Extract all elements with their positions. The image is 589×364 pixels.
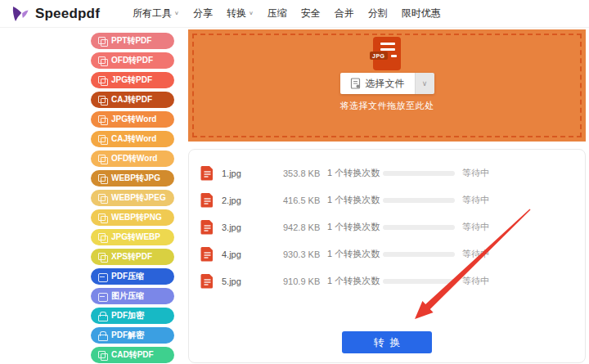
convert-icon bbox=[98, 56, 107, 65]
sidebar-item-cad-to-pdf[interactable]: CAD转PDF bbox=[91, 347, 174, 363]
speedpdf-page: Speedpdf 所有工具 ∨ 分享 转换 ∨ 压缩 安全 合并 bbox=[0, 0, 589, 364]
progress-bar bbox=[383, 198, 455, 203]
sidebar-item-webp-to-jpg[interactable]: WEBP转JPG bbox=[91, 170, 174, 186]
compress-icon bbox=[98, 272, 107, 281]
chevron-down-icon: ∨ bbox=[422, 79, 428, 88]
top-header: Speedpdf 所有工具 ∨ 分享 转换 ∨ 压缩 安全 合并 bbox=[0, 0, 589, 28]
sidebar-item-label: OFD转Word bbox=[111, 153, 157, 164]
status-text: 等待中 bbox=[462, 194, 489, 206]
file-list-card: 1.jpg 353.8 KB 1 个转换次数 等待中 2.jpg 416.5 K… bbox=[188, 149, 586, 363]
file-row: 3.jpg 942.8 KB 1 个转换次数 等待中 bbox=[200, 213, 573, 240]
sidebar-item-pdf-encrypt[interactable]: PDF加密 bbox=[91, 308, 174, 324]
nav-convert[interactable]: 转换 ∨ bbox=[227, 7, 254, 20]
nav-compress[interactable]: 压缩 bbox=[268, 7, 287, 20]
sidebar-item-label: JPG转Word bbox=[111, 114, 156, 125]
nav-label: 分享 bbox=[193, 7, 213, 20]
sidebar-item-label: PDF加密 bbox=[111, 310, 144, 321]
nav-security[interactable]: 安全 bbox=[301, 7, 321, 20]
sidebar-item-label: WEBP转PNG bbox=[111, 212, 162, 223]
conversion-count: 1 个转换次数 bbox=[316, 275, 371, 287]
file-row: 2.jpg 416.5 KB 1 个转换次数 等待中 bbox=[200, 186, 573, 213]
sidebar-item-ofd-to-pdf[interactable]: OFD转PDF bbox=[91, 52, 174, 69]
status-text: 等待中 bbox=[462, 167, 489, 179]
conversion-count: 1 个转换次数 bbox=[316, 194, 371, 206]
sidebar-item-label: JPG转PDF bbox=[111, 74, 152, 86]
sidebar-item-label: 图片压缩 bbox=[111, 290, 144, 302]
dropzone-hint: 将选择文件拖放至此处 bbox=[340, 100, 434, 112]
convert-icon bbox=[98, 174, 107, 183]
file-name: 4.jpg bbox=[215, 249, 283, 259]
sidebar-item-label: CAJ转PDF bbox=[111, 94, 152, 106]
file-name: 5.jpg bbox=[215, 276, 283, 286]
sidebar-item-label: JPG转WEBP bbox=[111, 231, 160, 243]
sidebar-item-label: PDF压缩 bbox=[111, 271, 144, 282]
butterfly-logo-icon bbox=[11, 4, 30, 24]
convert-icon bbox=[98, 213, 107, 222]
convert-icon bbox=[98, 135, 107, 144]
file-row: 5.jpg 910.9 KB 1 个转换次数 等待中 bbox=[200, 267, 573, 294]
unlock-icon bbox=[98, 331, 107, 340]
file-name: 2.jpg bbox=[215, 195, 283, 205]
convert-icon bbox=[98, 351, 107, 360]
file-size: 930.3 KB bbox=[283, 249, 316, 259]
nav-merge[interactable]: 合并 bbox=[335, 7, 354, 20]
status-text: 等待中 bbox=[462, 221, 489, 233]
nav-label: 分割 bbox=[368, 7, 388, 20]
status-text: 等待中 bbox=[462, 275, 489, 287]
speedpdf-logo[interactable]: Speedpdf bbox=[11, 4, 100, 24]
file-size: 942.8 KB bbox=[283, 222, 316, 232]
sidebar-item-xps-to-pdf[interactable]: XPS转PDF bbox=[91, 249, 174, 265]
status-text: 等待中 bbox=[462, 248, 489, 260]
nav-share[interactable]: 分享 bbox=[193, 7, 213, 20]
sidebar-item-ofd-to-word[interactable]: OFD转Word bbox=[91, 151, 174, 167]
select-file-split-button: 选择文件 ∨ bbox=[340, 73, 434, 94]
nav-label: 转换 bbox=[227, 7, 246, 20]
convert-icon bbox=[98, 96, 107, 105]
select-file-dropdown-button[interactable]: ∨ bbox=[415, 73, 434, 94]
sidebar-item-jpg-to-webp[interactable]: JPG转WEBP bbox=[91, 229, 174, 245]
convert-icon bbox=[98, 233, 107, 242]
main-nav: 所有工具 ∨ 分享 转换 ∨ 压缩 安全 合并 分割 限时优 bbox=[133, 7, 441, 20]
sidebar-item-label: CAD转PDF bbox=[111, 349, 154, 361]
sidebar-item-label: PDF解密 bbox=[111, 330, 144, 341]
sidebar-item-jpg-to-pdf[interactable]: JPG转PDF bbox=[91, 72, 174, 88]
compress-icon bbox=[98, 292, 107, 301]
sidebar-item-caj-to-pdf[interactable]: CAJ转PDF bbox=[91, 92, 174, 108]
sidebar-item-label: WEBP转JPEG bbox=[111, 192, 166, 204]
nav-label: 安全 bbox=[301, 7, 321, 20]
lock-icon bbox=[98, 312, 107, 321]
sidebar-item-jpg-to-word[interactable]: JPG转Word bbox=[91, 111, 174, 128]
convert-icon bbox=[98, 155, 107, 164]
conversion-count: 1 个转换次数 bbox=[316, 167, 371, 179]
progress-bar bbox=[383, 225, 455, 230]
sidebar-item-caj-to-word[interactable]: CAJ转Word bbox=[91, 131, 174, 147]
sidebar-item-image-compress[interactable]: 图片压缩 bbox=[91, 288, 174, 304]
conversion-count: 1 个转换次数 bbox=[316, 221, 371, 233]
select-file-button[interactable]: 选择文件 bbox=[340, 73, 415, 94]
sidebar-item-webp-to-png[interactable]: WEBP转PNG bbox=[91, 209, 174, 226]
red-file-icon bbox=[200, 219, 215, 235]
nav-label: 压缩 bbox=[268, 7, 287, 20]
nav-split[interactable]: 分割 bbox=[368, 7, 388, 20]
progress-bar bbox=[383, 279, 455, 284]
jpg-file-icon: JPG bbox=[373, 37, 401, 70]
file-dropzone[interactable]: JPG 选择文件 ∨ 将选择文件拖放至此处 bbox=[188, 29, 586, 142]
progress-bar bbox=[383, 171, 455, 176]
sidebar-item-pdf-decrypt[interactable]: PDF解密 bbox=[91, 327, 174, 344]
file-size: 416.5 KB bbox=[283, 195, 316, 205]
convert-icon bbox=[98, 37, 107, 46]
nav-label: 限时优惠 bbox=[402, 7, 441, 20]
nav-all-tools[interactable]: 所有工具 ∨ bbox=[133, 7, 179, 20]
progress-bar bbox=[383, 252, 455, 257]
sidebar-item-pdf-compress[interactable]: PDF压缩 bbox=[91, 268, 174, 285]
sidebar-item-label: OFD转PDF bbox=[111, 55, 153, 66]
file-name: 3.jpg bbox=[215, 222, 283, 232]
sidebar-item-ppt-to-pdf[interactable]: PPT转PDF bbox=[91, 33, 174, 49]
logo-text: Speedpdf bbox=[35, 6, 100, 22]
red-file-icon bbox=[200, 165, 215, 181]
nav-limited-offer[interactable]: 限时优惠 bbox=[402, 7, 441, 20]
sidebar-item-webp-to-jpeg[interactable]: WEBP转JPEG bbox=[91, 190, 174, 206]
convert-icon bbox=[98, 194, 107, 203]
sidebar-item-label: CAJ转Word bbox=[111, 133, 156, 145]
convert-button[interactable]: 转换 bbox=[342, 331, 432, 353]
